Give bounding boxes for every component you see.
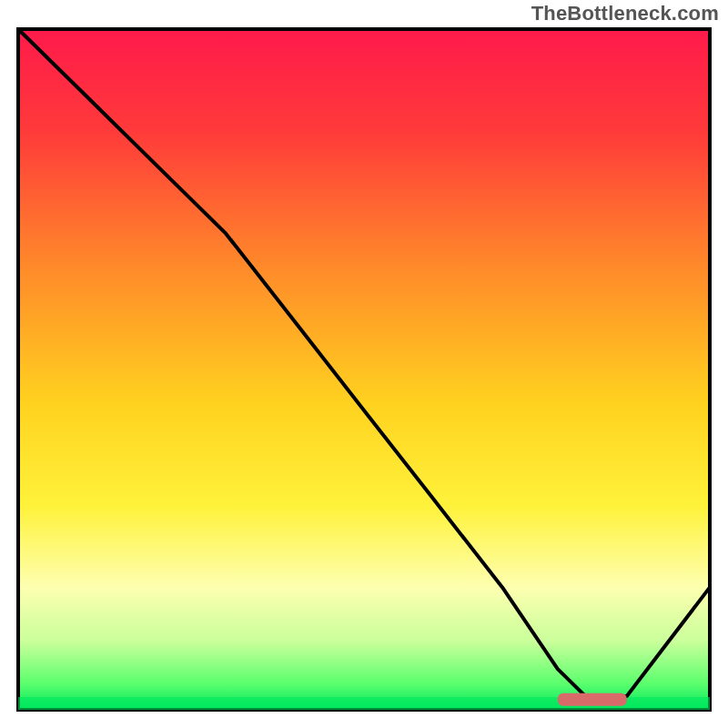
plot-svg	[15, 25, 713, 713]
chart-container: TheBottleneck.com	[0, 0, 728, 728]
plot-area	[15, 25, 713, 713]
watermark-text: TheBottleneck.com	[531, 2, 719, 25]
optimal-marker	[558, 693, 627, 706]
